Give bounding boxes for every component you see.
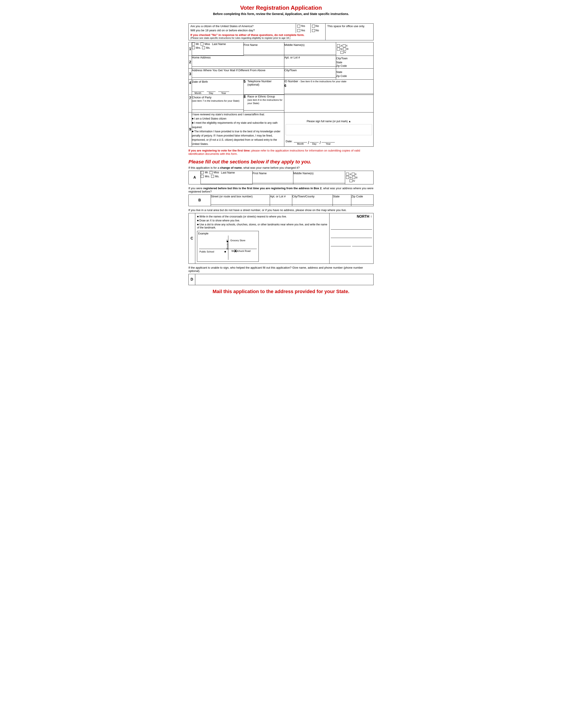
mail-addr-label: Address Where You Get Your Mail If Diffe…	[192, 69, 266, 72]
row6-label: 6	[284, 84, 286, 88]
example-label: Example	[198, 232, 258, 235]
age-note: (Please see state-specific instructions …	[191, 37, 323, 39]
b-state-field[interactable]	[333, 201, 351, 205]
a-ii-cb[interactable]	[352, 173, 354, 176]
lastname-field[interactable]	[192, 52, 244, 56]
firstname-field[interactable]	[244, 51, 284, 55]
dob-label: Date of Birth	[192, 80, 208, 83]
grocery-dot-icon: ●	[226, 240, 229, 243]
sign-day-field[interactable]	[310, 138, 319, 142]
no2-label: No	[315, 29, 319, 32]
a-iii-cb[interactable]	[352, 176, 355, 179]
no1-checkbox[interactable]	[312, 25, 315, 28]
sign-month-field[interactable]	[294, 138, 307, 142]
lastname-col-label: Last Name	[212, 42, 226, 46]
firstname-col-label: First Name	[244, 43, 258, 47]
city-field3[interactable]	[284, 74, 336, 78]
a-ms-cb[interactable]	[211, 175, 214, 178]
a-iv-cb[interactable]	[349, 179, 352, 182]
day-field[interactable]	[207, 88, 216, 92]
no1-label: No	[315, 24, 319, 28]
a-miss-cb[interactable]	[210, 171, 213, 174]
jr-cb[interactable]	[337, 44, 340, 47]
c-bullet2: ■ Draw an X to show where you live.	[197, 219, 327, 222]
a-jr-cb[interactable]	[346, 173, 349, 176]
sr-cb[interactable]	[337, 48, 340, 51]
sign-year-field[interactable]	[321, 138, 335, 142]
no2-checkbox[interactable]	[312, 29, 315, 32]
sign-day-label: Day	[310, 142, 319, 145]
iv-cb[interactable]	[340, 51, 343, 54]
ii-cb[interactable]	[343, 44, 345, 47]
a-firstname-label: First Name	[253, 172, 267, 175]
map-line2[interactable]	[331, 231, 372, 238]
a-sr-cb[interactable]	[346, 176, 349, 179]
a-lastname-label: Last Name	[221, 171, 235, 174]
b-city-field[interactable]	[292, 201, 333, 205]
main-voter-form: 1 Mr. Miss Last Name Mrs. Ms. First Name…	[189, 42, 373, 147]
oath-bullet2: ■ I meet the eligibility requirements of…	[192, 121, 284, 129]
apt-field2[interactable]	[284, 63, 336, 67]
mrs-cb[interactable]	[192, 46, 195, 49]
race-field[interactable]	[244, 107, 284, 110]
row4-label: 4	[189, 80, 192, 95]
ms-cb[interactable]	[202, 46, 205, 49]
year-field[interactable]	[218, 88, 229, 92]
oath-text1: I have reviewed my state's instructions …	[192, 112, 284, 117]
a-firstname-field[interactable]	[253, 179, 293, 183]
a-mrs-cb[interactable]	[201, 175, 204, 178]
month-label: Month	[192, 92, 204, 94]
id-note-label: - See item 6 in the instructions for you…	[299, 80, 346, 83]
section-c-table: C ■ Write in the names of the crossroads…	[189, 213, 373, 264]
mail-footer: Mail this application to the address pro…	[189, 289, 373, 294]
a-mr-cb[interactable]	[201, 171, 204, 174]
b-zip-field[interactable]	[351, 201, 373, 205]
map-line3a[interactable]	[331, 240, 351, 246]
id-field[interactable]	[284, 90, 373, 94]
a-lastname-field[interactable]	[201, 180, 252, 184]
row9-label: 9	[189, 112, 192, 147]
home-addr-label: Home Address	[192, 56, 211, 59]
b-apt-field[interactable]	[270, 201, 292, 205]
mail-addr-field[interactable]	[192, 74, 284, 78]
section-d-table: D	[189, 274, 373, 285]
year-label: Year	[218, 92, 229, 94]
apt-lot-label2: Apt. or Lot #	[284, 56, 300, 59]
iii-cb-main[interactable]	[343, 48, 346, 51]
signature-area[interactable]	[285, 124, 372, 135]
map-instruction: If you live in a rural area but do not h…	[189, 208, 373, 212]
row2-label: 2	[189, 56, 192, 69]
first-time-notice: If you are registering to vote for the f…	[189, 149, 373, 155]
section-a-label: A	[189, 171, 201, 184]
yes2-checkbox[interactable]	[297, 29, 300, 32]
row7-label: 7	[189, 95, 192, 112]
telephone-field[interactable]	[244, 91, 284, 95]
oath-bullet1: ■ I am a United States citizen	[192, 117, 284, 121]
b-zip-label: Zip Code	[351, 195, 363, 198]
oath-bullet3: ■ The information I have provided is tru…	[192, 129, 284, 146]
state-label3: State	[336, 71, 342, 74]
sign-label: Please sign full name (or put mark) ▲	[285, 120, 372, 123]
state-label2: State	[336, 61, 373, 64]
b-street-field[interactable]	[211, 201, 270, 205]
section-below-heading: Please fill out the sections below if th…	[189, 159, 373, 165]
race-note: (see item 8 in the instructions for your…	[247, 99, 282, 105]
yes1-checkbox[interactable]	[297, 25, 300, 28]
c-bullet1: ■ Write in the names of the crossroads (…	[197, 215, 327, 218]
month-field[interactable]	[192, 88, 204, 92]
x-mark-label: X	[234, 249, 237, 253]
party-field[interactable]	[192, 106, 244, 110]
map-line3b[interactable]	[352, 240, 372, 246]
mr-cb[interactable]	[192, 43, 195, 45]
section-d-field[interactable]	[195, 274, 373, 285]
home-addr-field[interactable]	[192, 63, 284, 67]
city-town-label3: City/Town	[284, 69, 296, 72]
zip-label3: Zip Code	[336, 75, 373, 78]
map-line1[interactable]	[331, 223, 372, 230]
prev-address-instruction: If you were registered before but this i…	[189, 187, 373, 193]
miss-cb[interactable]	[201, 43, 204, 45]
a-middlename-field[interactable]	[293, 179, 345, 183]
section-d-label: D	[189, 274, 195, 285]
yes1-label: Yes	[301, 24, 305, 28]
middlename-field[interactable]	[284, 51, 336, 55]
